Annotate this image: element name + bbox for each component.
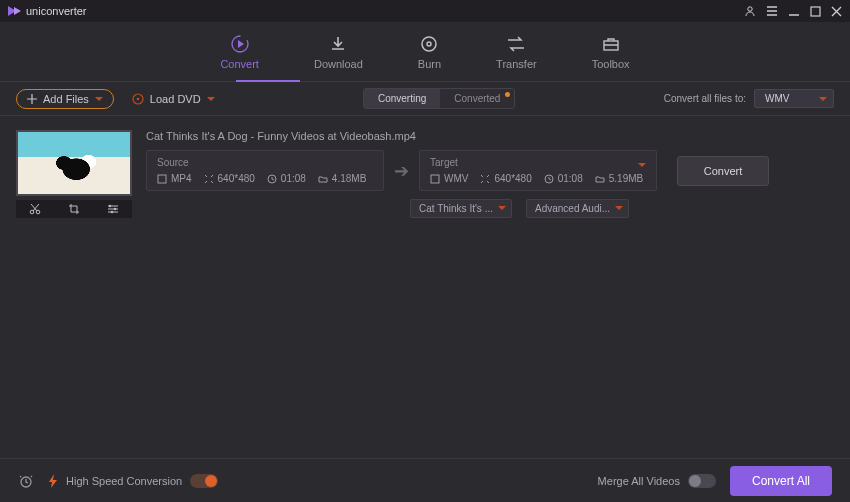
- tab-transfer[interactable]: Transfer: [496, 34, 537, 70]
- merge-videos-row: Merge All Videos: [598, 474, 716, 488]
- convert-all-button[interactable]: Convert All: [730, 466, 832, 496]
- disc-icon: [132, 93, 144, 105]
- crop-icon[interactable]: [68, 203, 80, 215]
- file-icon: [157, 174, 167, 184]
- svg-point-14: [113, 208, 115, 210]
- target-panel[interactable]: Target WMV 640*480 01:08 5.19MB: [419, 150, 657, 191]
- merge-label: Merge All Videos: [598, 475, 680, 487]
- file-details: Cat Thinks It's A Dog - Funny Videos at …: [146, 130, 834, 218]
- convert-all-format-row: Convert all files to: WMV: [664, 89, 834, 108]
- chevron-down-icon: [95, 97, 103, 101]
- menu-icon[interactable]: [766, 5, 778, 17]
- svg-marker-1: [14, 7, 21, 15]
- svg-marker-5: [238, 40, 244, 48]
- convert-all-label: Convert all files to:: [664, 93, 746, 104]
- convert-all-format-select[interactable]: WMV: [754, 89, 834, 108]
- content-area: Cat Thinks It's A Dog - Funny Videos at …: [0, 116, 850, 218]
- svg-point-6: [422, 37, 436, 51]
- user-icon[interactable]: [744, 5, 756, 17]
- source-label: Source: [157, 157, 373, 168]
- badge-dot: [505, 92, 510, 97]
- tab-burn[interactable]: Burn: [418, 34, 441, 70]
- load-dvd-label: Load DVD: [150, 93, 201, 105]
- svg-rect-18: [431, 175, 439, 183]
- clock-icon: [544, 174, 554, 184]
- close-button[interactable]: [831, 6, 842, 17]
- effects-icon[interactable]: [107, 203, 119, 215]
- download-icon: [329, 34, 347, 54]
- conversion-status-segmented: Converting Converted: [363, 88, 516, 109]
- tab-label: Burn: [418, 58, 441, 70]
- tab-download[interactable]: Download: [314, 34, 363, 70]
- app-logo: uniconverter: [8, 5, 87, 17]
- load-dvd-button[interactable]: Load DVD: [132, 93, 215, 105]
- target-stats: WMV 640*480 01:08 5.19MB: [430, 173, 646, 184]
- tab-toolbox[interactable]: Toolbox: [592, 34, 630, 70]
- chevron-down-icon: [819, 97, 827, 101]
- panels-row: Source MP4 640*480 01:08 4.18MB ➔ Target…: [146, 150, 834, 191]
- merge-toggle[interactable]: [688, 474, 716, 488]
- title-bar: uniconverter: [0, 0, 850, 22]
- lightning-icon: [48, 474, 58, 488]
- add-files-label: Add Files: [43, 93, 89, 105]
- play-logo-icon: [8, 6, 22, 16]
- thumbnail-column: [16, 130, 132, 218]
- svg-point-13: [108, 205, 110, 207]
- maximize-button[interactable]: [810, 6, 821, 17]
- segment-converting[interactable]: Converting: [364, 89, 440, 108]
- convert-button[interactable]: Convert: [677, 156, 769, 186]
- window-controls: [744, 5, 842, 17]
- svg-point-7: [427, 42, 431, 46]
- source-panel: Source MP4 640*480 01:08 4.18MB: [146, 150, 384, 191]
- svg-rect-3: [811, 7, 820, 16]
- segment-converted[interactable]: Converted: [440, 89, 514, 108]
- tab-label: Transfer: [496, 58, 537, 70]
- plus-icon: [27, 94, 37, 104]
- file-name: Cat Thinks It's A Dog - Funny Videos at …: [146, 130, 834, 142]
- add-files-button[interactable]: Add Files: [16, 89, 114, 109]
- svg-rect-16: [158, 175, 166, 183]
- chevron-down-icon: [207, 97, 215, 101]
- toolbox-icon: [602, 34, 620, 54]
- svg-point-15: [110, 211, 112, 213]
- convert-icon: [230, 34, 250, 54]
- subtitle-select[interactable]: Cat Thinks It's ...: [410, 199, 512, 218]
- toolbar: Add Files Load DVD Converting Converted …: [0, 82, 850, 116]
- source-stats: MP4 640*480 01:08 4.18MB: [157, 173, 373, 184]
- arrow-right-icon: ➔: [394, 160, 409, 182]
- audio-track-select[interactable]: Advanced Audi...: [526, 199, 629, 218]
- burn-icon: [420, 34, 438, 54]
- top-nav: Convert Download Burn Transfer Toolbox: [0, 22, 850, 82]
- trim-icon[interactable]: [29, 203, 41, 215]
- transfer-icon: [506, 34, 526, 54]
- clock-icon: [267, 174, 277, 184]
- app-title: uniconverter: [26, 5, 87, 17]
- folder-icon: [318, 174, 328, 184]
- minimize-button[interactable]: [788, 5, 800, 17]
- chevron-down-icon: [638, 163, 646, 167]
- file-row: Cat Thinks It's A Dog - Funny Videos at …: [16, 130, 834, 218]
- alarm-icon[interactable]: [18, 473, 34, 489]
- high-speed-label: High Speed Conversion: [66, 475, 182, 487]
- folder-icon: [595, 174, 605, 184]
- tab-convert[interactable]: Convert: [220, 34, 259, 70]
- tab-label: Convert: [220, 58, 259, 70]
- thumbnail-edit-toolbar: [16, 200, 132, 218]
- sub-dropdown-row: Cat Thinks It's ... Advanced Audi...: [410, 199, 834, 218]
- bottom-bar: High Speed Conversion Merge All Videos C…: [0, 458, 850, 502]
- file-icon: [430, 174, 440, 184]
- resolution-icon: [204, 174, 214, 184]
- chevron-down-icon: [498, 206, 506, 210]
- tab-label: Download: [314, 58, 363, 70]
- tab-label: Toolbox: [592, 58, 630, 70]
- video-thumbnail[interactable]: [16, 130, 132, 196]
- high-speed-toggle[interactable]: [190, 474, 218, 488]
- svg-point-2: [748, 7, 752, 11]
- svg-point-10: [137, 97, 140, 100]
- chevron-down-icon: [615, 206, 623, 210]
- resolution-icon: [480, 174, 490, 184]
- high-speed-row: High Speed Conversion: [48, 474, 218, 488]
- target-label: Target: [430, 157, 646, 168]
